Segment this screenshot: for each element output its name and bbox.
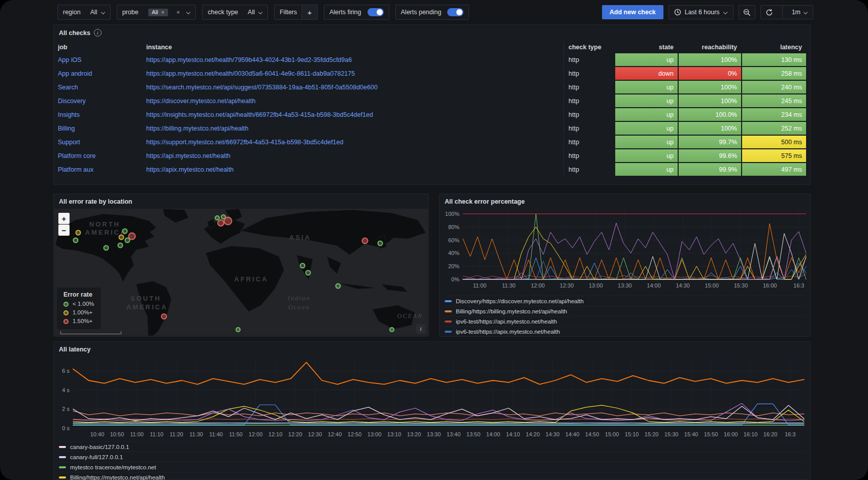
job-link[interactable]: Support [58, 139, 145, 146]
map-marker-crit[interactable] [224, 216, 232, 225]
svg-text:15:20: 15:20 [645, 431, 659, 437]
chart-legend-item[interactable]: canary-basic/127.0.0.1 [59, 441, 805, 452]
map-marker-ok[interactable] [103, 245, 109, 251]
legend-dot-warn [63, 310, 69, 315]
chart-legend-item[interactable]: mytestco traceroute/mytestco.net [59, 462, 805, 472]
toggle-switch-on[interactable] [447, 8, 463, 16]
time-range-picker[interactable]: Last 6 hours [669, 5, 733, 19]
svg-text:14:20: 14:20 [526, 431, 540, 437]
map-marker-crit[interactable] [361, 238, 368, 244]
svg-text:12:20: 12:20 [288, 431, 303, 437]
map-marker-warn[interactable] [119, 235, 124, 240]
state-badge: up [615, 149, 678, 162]
selected-chip[interactable]: All× [148, 9, 168, 16]
column-header-reachability[interactable]: reachability [679, 44, 741, 51]
clear-selection-icon[interactable]: × [177, 9, 180, 15]
legend-series-name: Billing/https://billing.mytestco.net/api… [456, 308, 567, 314]
map-marker-ok[interactable] [124, 238, 130, 243]
filter-controls: regionAllprobeAll××check typeAllFilters+… [57, 5, 469, 20]
chart-legend-item[interactable]: canary-full/127.0.0.1 [59, 452, 805, 462]
filter-value-select[interactable]: All [86, 5, 110, 19]
table-row: Insightshttps://insights.mytestco.net/ap… [58, 108, 806, 121]
refresh-interval-select[interactable]: 1m [787, 9, 813, 16]
job-link[interactable]: App iOS [58, 56, 145, 63]
world-map[interactable]: NORTHAMERICASOUTHAMERICAAFRICAASIAIndian… [54, 209, 428, 336]
instance-link[interactable]: https://insights.mytestco.net/api/health… [146, 111, 562, 118]
toggle-switch-on[interactable] [368, 8, 384, 16]
svg-text:14:10: 14:10 [506, 431, 520, 437]
add-new-check-button[interactable]: Add new check [602, 5, 663, 19]
map-attribution-button[interactable]: i [416, 324, 425, 333]
map-marker-ok[interactable] [117, 243, 123, 248]
state-badge: up [615, 163, 678, 176]
zoom-out-time-button[interactable] [739, 5, 755, 19]
chart-legend-item[interactable]: ipv6-test/https://api.mytestco.net/healt… [445, 316, 805, 326]
chip-label: All [152, 9, 158, 15]
table-row: Discoveryhttps://discover.mytestco.net/a… [58, 94, 806, 107]
legend-label: 1.00%+ [73, 308, 92, 317]
info-icon[interactable]: i [94, 29, 102, 37]
filter-value-select[interactable]: All [243, 5, 268, 19]
instance-link[interactable]: https://billing.mytestco.net/api/health [146, 125, 562, 132]
reachability-badge: 0% [679, 67, 741, 80]
chart-legend-item[interactable]: Billing/https://mytestco.net/api/health [59, 472, 805, 480]
instance-link[interactable]: https://apix.mytestco.net/health [146, 166, 562, 173]
map-marker-ok[interactable] [122, 228, 128, 234]
instance-link[interactable]: https://api.mytestco.net/health [146, 152, 562, 159]
column-header-job[interactable]: job [58, 44, 145, 51]
filter-label: region [58, 9, 86, 16]
job-link[interactable]: Billing [58, 125, 145, 132]
map-marker-crit[interactable] [161, 313, 167, 319]
svg-text:16:20: 16:20 [763, 431, 778, 437]
column-header-check_type[interactable]: check type [563, 41, 614, 53]
job-link[interactable]: Platform aux [58, 166, 145, 173]
instance-link[interactable]: https://app.mytestco.net/health/7959b443… [146, 56, 562, 63]
filter-value-multiselect[interactable]: All×× [144, 5, 196, 19]
latency-chart[interactable]: 0 s2 s4 s6 s10:4010:5011:0011:1011:2011:… [54, 354, 810, 439]
map-marker-ok[interactable] [377, 241, 383, 246]
instance-link[interactable]: https://app.mytestco.net/health/0030d5a6… [146, 70, 562, 77]
map-marker-ok[interactable] [335, 283, 341, 289]
table-row: Searchhttps://search.mytestco.net/api/su… [58, 81, 806, 93]
map-marker-ok[interactable] [300, 263, 306, 268]
chart-legend-item[interactable]: Discovery/https://discover.mytestco.net/… [445, 296, 805, 306]
column-header-latency[interactable]: latency [742, 44, 806, 51]
check-type-cell: http [563, 53, 614, 66]
job-link[interactable]: Platform core [58, 152, 145, 159]
map-marker-ok[interactable] [236, 327, 241, 332]
check-type-cell: http [563, 136, 614, 148]
svg-text:14:50: 14:50 [585, 431, 599, 437]
latency-badge: 575 ms [742, 149, 806, 162]
instance-link[interactable]: https://discover.mytestco.net/api/health [146, 98, 562, 105]
column-header-state[interactable]: state [615, 44, 678, 51]
map-marker-ok[interactable] [306, 270, 311, 275]
map-zoom-in-button[interactable]: + [58, 213, 70, 224]
remove-chip-icon[interactable]: × [161, 9, 164, 15]
instance-link[interactable]: https://support.mytestco.net/66972fb4-4a… [146, 139, 562, 146]
svg-text:12:10: 12:10 [269, 431, 283, 437]
column-header-instance[interactable]: instance [146, 44, 562, 51]
state-badge: up [615, 122, 678, 135]
map-marker-warn[interactable] [76, 230, 81, 235]
refresh-button[interactable] [761, 9, 778, 16]
chart-legend-item[interactable]: ipv6-test/https://apix.mytestco.net/heal… [445, 326, 805, 336]
latency-badge: 252 ms [742, 122, 806, 135]
chart-legend-item[interactable]: Billing/https://billing.mytestco.net/api… [445, 306, 805, 316]
svg-text:13:00: 13:00 [589, 282, 603, 289]
map-zoom-out-button[interactable]: − [58, 225, 70, 236]
error-percentage-chart[interactable]: 0%20%40%60%80%100%11:0011:3012:0012:3013… [440, 206, 810, 292]
add-filter-button[interactable]: + [302, 5, 318, 20]
chevron-down-icon [723, 10, 728, 15]
job-link[interactable]: App android [58, 70, 145, 77]
job-link[interactable]: Discovery [58, 98, 145, 105]
check-type-cell: http [563, 67, 614, 80]
map-marker-crit[interactable] [217, 219, 224, 227]
map-marker-ok[interactable] [73, 238, 78, 243]
job-link[interactable]: Search [58, 84, 145, 91]
table-row: Billinghttps://billing.mytestco.net/api/… [58, 122, 806, 135]
monitoring-dashboard: regionAllprobeAll××check typeAllFilters+… [0, 0, 868, 480]
instance-link[interactable]: https://search.mytestco.net/api/suggest/… [146, 84, 562, 91]
job-link[interactable]: Insights [58, 111, 145, 118]
map-marker-ok[interactable] [389, 327, 394, 332]
svg-text:11:30: 11:30 [189, 431, 203, 437]
